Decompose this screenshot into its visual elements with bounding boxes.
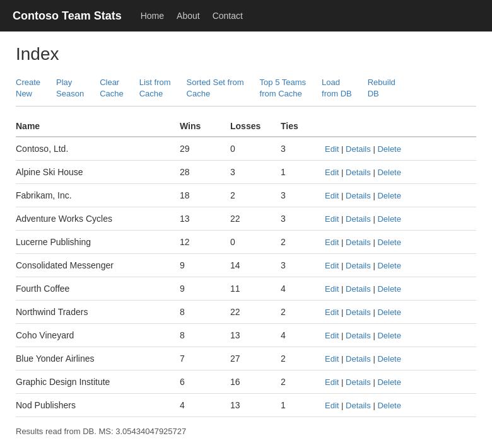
row-action-delete-10[interactable]: Delete (377, 377, 401, 387)
row-action-details-8[interactable]: Details (346, 331, 371, 340)
table-header-row: NameWinsLossesTies (16, 116, 476, 137)
cell-wins: 8 (180, 301, 230, 324)
table-row: Coho Vineyard8134Edit | Details | Delete (16, 324, 476, 347)
row-action-edit-0[interactable]: Edit (325, 144, 339, 154)
row-action-details-9[interactable]: Details (346, 354, 371, 364)
row-action-delete-2[interactable]: Delete (377, 191, 401, 200)
cell-wins: 9 (180, 277, 230, 301)
main-content: Index CreateNewPlaySeasonClearCacheList … (0, 32, 492, 448)
row-action-delete-3[interactable]: Delete (377, 214, 401, 224)
row-action-edit-2[interactable]: Edit (325, 191, 339, 200)
page-title: Index (16, 44, 476, 64)
row-action-details-10[interactable]: Details (346, 377, 371, 387)
action-sorted-set-from-cache[interactable]: Sorted Set fromCache (187, 77, 244, 100)
row-action-edit-6[interactable]: Edit (325, 284, 339, 294)
row-action-delete-6[interactable]: Delete (377, 284, 401, 294)
action-load-from-db[interactable]: Loadfrom DB (322, 77, 352, 100)
nav-link-contact[interactable]: Contact (213, 11, 243, 21)
table-row: Nod Publishers4131Edit | Details | Delet… (16, 394, 476, 417)
cell-ties: 4 (281, 277, 325, 301)
row-action-details-6[interactable]: Details (346, 284, 371, 294)
row-action-delete-9[interactable]: Delete (377, 354, 401, 364)
cell-actions: Edit | Details | Delete (325, 254, 476, 277)
row-action-delete-0[interactable]: Delete (377, 144, 401, 154)
row-action-details-2[interactable]: Details (346, 191, 371, 200)
row-action-details-4[interactable]: Details (346, 238, 371, 247)
cell-wins: 4 (180, 394, 230, 417)
row-action-edit-5[interactable]: Edit (325, 261, 339, 270)
cell-name: Coho Vineyard (16, 324, 180, 347)
row-action-details-7[interactable]: Details (346, 307, 371, 317)
row-action-edit-8[interactable]: Edit (325, 331, 339, 340)
row-action-delete-7[interactable]: Delete (377, 307, 401, 317)
cell-name: Adventure Works Cycles (16, 207, 180, 231)
row-action-edit-9[interactable]: Edit (325, 354, 339, 364)
table-row: Fabrikam, Inc.1823Edit | Details | Delet… (16, 184, 476, 207)
action-links-row: CreateNewPlaySeasonClearCacheList fromCa… (16, 77, 476, 106)
row-action-edit-4[interactable]: Edit (325, 238, 339, 247)
cell-wins: 13 (180, 207, 230, 231)
cell-ties: 2 (281, 347, 325, 370)
table-row: Alpine Ski House2831Edit | Details | Del… (16, 161, 476, 184)
cell-wins: 29 (180, 137, 230, 161)
cell-losses: 11 (230, 277, 281, 301)
cell-wins: 9 (180, 254, 230, 277)
cell-losses: 0 (230, 137, 281, 161)
cell-name: Fabrikam, Inc. (16, 184, 180, 207)
row-action-delete-11[interactable]: Delete (377, 401, 401, 410)
row-action-details-3[interactable]: Details (346, 214, 371, 224)
cell-name: Fourth Coffee (16, 277, 180, 301)
row-action-details-0[interactable]: Details (346, 144, 371, 154)
cell-wins: 12 (180, 231, 230, 254)
row-action-edit-3[interactable]: Edit (325, 214, 339, 224)
cell-actions: Edit | Details | Delete (325, 231, 476, 254)
row-action-details-11[interactable]: Details (346, 401, 371, 410)
action-create-new[interactable]: CreateNew (16, 77, 40, 100)
action-play-season[interactable]: PlaySeason (56, 77, 84, 100)
action-rebuild-db[interactable]: RebuildDB (368, 77, 395, 100)
row-action-delete-5[interactable]: Delete (377, 261, 401, 270)
col-header-actions (325, 116, 476, 137)
cell-name: Lucerne Publishing (16, 231, 180, 254)
cell-name: Nod Publishers (16, 394, 180, 417)
row-action-details-5[interactable]: Details (346, 261, 371, 270)
cell-losses: 22 (230, 301, 281, 324)
row-action-details-1[interactable]: Details (346, 168, 371, 177)
table-body: Contoso, Ltd.2903Edit | Details | Delete… (16, 137, 476, 417)
row-action-delete-1[interactable]: Delete (377, 168, 401, 177)
action-clear-cache[interactable]: ClearCache (100, 77, 124, 100)
table-row: Consolidated Messenger9143Edit | Details… (16, 254, 476, 277)
row-action-edit-1[interactable]: Edit (325, 168, 339, 177)
col-header-losses: Losses (230, 116, 281, 137)
cell-losses: 22 (230, 207, 281, 231)
cell-ties: 3 (281, 184, 325, 207)
table-row: Blue Yonder Airlines7272Edit | Details |… (16, 347, 476, 370)
row-action-edit-10[interactable]: Edit (325, 377, 339, 387)
col-header-name: Name (16, 116, 180, 137)
cell-losses: 3 (230, 161, 281, 184)
cell-name: Northwind Traders (16, 301, 180, 324)
footer-note: Results read from DB. MS: 3.054340479257… (16, 427, 476, 436)
row-action-edit-11[interactable]: Edit (325, 401, 339, 410)
cell-losses: 14 (230, 254, 281, 277)
cell-actions: Edit | Details | Delete (325, 301, 476, 324)
table-header: NameWinsLossesTies (16, 116, 476, 137)
cell-wins: 7 (180, 347, 230, 370)
row-action-delete-8[interactable]: Delete (377, 331, 401, 340)
table-row: Northwind Traders8222Edit | Details | De… (16, 301, 476, 324)
action-top5-teams-from-cache[interactable]: Top 5 Teamsfrom Cache (260, 77, 306, 100)
cell-ties: 4 (281, 324, 325, 347)
cell-name: Contoso, Ltd. (16, 137, 180, 161)
row-action-edit-7[interactable]: Edit (325, 307, 339, 317)
table-row: Graphic Design Institute6162Edit | Detai… (16, 370, 476, 394)
nav-link-home[interactable]: Home (141, 11, 164, 21)
cell-ties: 1 (281, 394, 325, 417)
nav-link-about[interactable]: About (177, 11, 200, 21)
action-list-from-cache[interactable]: List fromCache (139, 77, 171, 100)
cell-actions: Edit | Details | Delete (325, 161, 476, 184)
row-action-delete-4[interactable]: Delete (377, 238, 401, 247)
cell-ties: 1 (281, 161, 325, 184)
cell-name: Alpine Ski House (16, 161, 180, 184)
cell-actions: Edit | Details | Delete (325, 184, 476, 207)
table-row: Adventure Works Cycles13223Edit | Detail… (16, 207, 476, 231)
